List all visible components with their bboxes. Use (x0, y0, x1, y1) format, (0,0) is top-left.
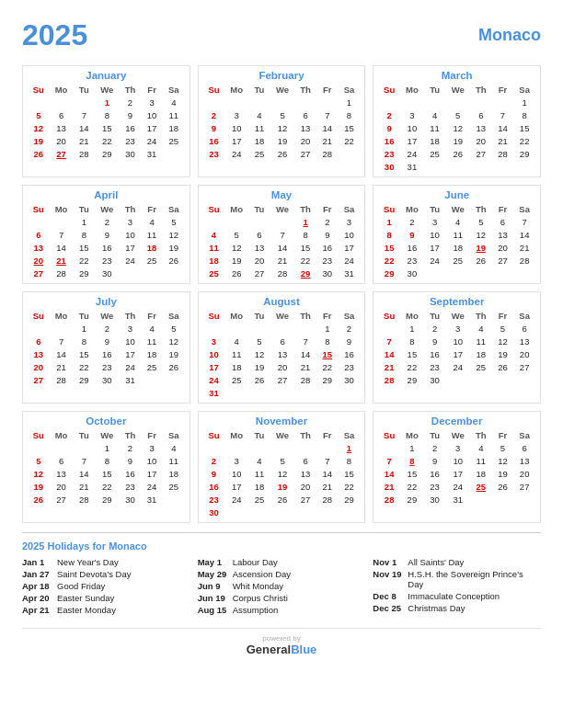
cal-day: 3 (224, 108, 248, 121)
cal-day: 12 (28, 467, 50, 480)
cal-day (424, 267, 446, 279)
weekday-header: Fr (316, 310, 339, 322)
cal-day: 4 (470, 441, 492, 454)
cal-day: 16 (95, 241, 120, 254)
cal-day: 17 (224, 134, 248, 147)
cal-day: 6 (513, 322, 535, 335)
cal-day: 1 (513, 96, 535, 108)
cal-day: 3 (445, 322, 470, 335)
cal-day: 17 (224, 480, 248, 493)
holiday-item: Nov 1All Saints' Day (373, 557, 541, 567)
cal-day: 31 (445, 493, 470, 506)
cal-day: 28 (378, 493, 400, 506)
cal-day: 18 (424, 134, 446, 147)
cal-day: 14 (73, 467, 95, 480)
cal-day (28, 322, 50, 335)
holiday-name: Good Friday (57, 581, 105, 591)
weekday-header: Mo (400, 310, 424, 322)
cal-day: 7 (73, 454, 95, 467)
weekday-header: Tu (73, 310, 95, 322)
weekday-header: Th (294, 203, 316, 215)
cal-table-november: SuMoTuWeThFrSa12345678910111213141516171… (203, 429, 361, 518)
holiday-date: Jan 1 (22, 557, 53, 567)
cal-day: 17 (445, 467, 470, 480)
cal-day: 25 (445, 254, 470, 267)
cal-day: 30 (95, 267, 120, 279)
cal-day: 25 (203, 267, 225, 279)
cal-day (163, 267, 185, 279)
cal-day: 1 (316, 322, 339, 335)
cal-day: 8 (378, 228, 400, 241)
cal-day: 21 (316, 134, 339, 147)
cal-day: 10 (224, 121, 248, 134)
cal-day: 18 (163, 467, 185, 480)
cal-day: 4 (203, 228, 225, 241)
cal-day (492, 493, 514, 506)
month-title-december: December (378, 415, 535, 427)
cal-day: 5 (270, 108, 295, 121)
holiday-date: May 29 (198, 569, 229, 579)
weekday-header: Th (470, 429, 492, 441)
cal-day: 14 (513, 228, 535, 241)
cal-day (270, 386, 295, 399)
cal-day: 22 (316, 360, 339, 373)
cal-day (224, 215, 248, 228)
cal-day: 18 (141, 241, 163, 254)
weekday-header: Sa (163, 429, 185, 441)
cal-day: 14 (50, 347, 74, 360)
weekday-header: Mo (400, 429, 424, 441)
month-title-march: March (378, 70, 535, 81)
cal-day: 1 (339, 96, 361, 108)
cal-day: 27 (28, 373, 50, 386)
weekday-header: Th (470, 203, 492, 215)
holiday-name: Saint Devota's Day (57, 569, 132, 579)
cal-day: 26 (470, 254, 492, 267)
month-block-september: SeptemberSuMoTuWeThFrSa12345678910111213… (373, 291, 541, 404)
cal-day: 5 (492, 322, 514, 335)
cal-day: 22 (400, 480, 424, 493)
cal-day: 17 (400, 134, 424, 147)
cal-day (470, 96, 492, 108)
weekday-header: Tu (248, 84, 270, 96)
cal-day: 8 (95, 454, 120, 467)
weekday-header: Tu (424, 203, 446, 215)
cal-day: 10 (445, 454, 470, 467)
cal-day: 15 (294, 241, 316, 254)
cal-day: 12 (470, 228, 492, 241)
cal-day: 19 (248, 360, 270, 373)
cal-day (294, 506, 316, 518)
cal-day: 19 (492, 347, 514, 360)
month-block-april: AprilSuMoTuWeThFrSa123456789101112131415… (22, 185, 190, 284)
cal-day: 21 (492, 134, 514, 147)
cal-day: 5 (224, 228, 248, 241)
cal-day: 4 (141, 322, 163, 335)
cal-day: 10 (141, 108, 163, 121)
cal-day: 23 (95, 360, 120, 373)
cal-day: 11 (141, 228, 163, 241)
month-block-february: FebruarySuMoTuWeThFrSa123456789101112131… (198, 65, 366, 177)
cal-day (339, 147, 361, 160)
weekday-header: Mo (224, 429, 248, 441)
cal-day: 21 (73, 134, 95, 147)
cal-day: 28 (50, 373, 74, 386)
cal-day: 12 (248, 347, 270, 360)
cal-day: 28 (316, 493, 339, 506)
cal-day: 19 (270, 134, 295, 147)
cal-day: 8 (400, 454, 424, 467)
cal-day: 4 (163, 96, 185, 108)
cal-day (248, 441, 270, 454)
weekday-header: Sa (163, 310, 185, 322)
weekday-header: Mo (50, 84, 74, 96)
cal-day: 7 (316, 454, 339, 467)
cal-day: 19 (492, 467, 514, 480)
cal-day (163, 493, 185, 506)
cal-day (248, 322, 270, 335)
year-label: 2025 (22, 18, 87, 52)
cal-day: 8 (400, 335, 424, 347)
cal-day: 2 (316, 215, 339, 228)
cal-day: 11 (203, 241, 225, 254)
weekday-header: Th (294, 84, 316, 96)
month-title-july: July (28, 296, 185, 307)
cal-day: 11 (424, 121, 446, 134)
cal-day: 29 (95, 147, 120, 160)
